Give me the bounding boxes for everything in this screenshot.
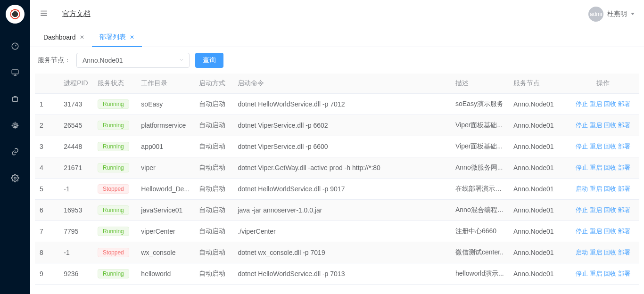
recycle-link[interactable]: 回收 <box>604 270 616 277</box>
cell-index: 4 <box>35 157 59 179</box>
deploy-link[interactable]: 部署 <box>618 185 630 192</box>
cell-pid: -1 <box>59 179 93 200</box>
cell-cmd: dotnet wx_console.dll -p 7019 <box>233 242 451 263</box>
stop-link[interactable]: 停止 <box>576 228 588 235</box>
recycle-link[interactable]: 回收 <box>604 143 616 150</box>
restart-link[interactable]: 重启 <box>590 206 602 213</box>
start-link[interactable]: 启动 <box>576 249 588 256</box>
status-badge: Running <box>98 227 129 236</box>
col-header-desc: 描述 <box>451 74 509 94</box>
cell-start-type: 自动启动 <box>194 136 233 157</box>
status-badge: Running <box>98 205 129 215</box>
deploy-link[interactable]: 部署 <box>618 228 630 235</box>
deploy-link[interactable]: 部署 <box>618 270 630 277</box>
stop-link[interactable]: 停止 <box>576 270 588 277</box>
sidebar-item-monitor[interactable] <box>0 59 30 86</box>
cell-cmd: dotnet HelloWorldService.dll -p 7013 <box>233 263 451 285</box>
chevron-down-icon <box>631 13 635 15</box>
sidebar-item-link[interactable] <box>0 139 30 165</box>
close-icon[interactable]: ✕ <box>80 34 84 41</box>
restart-link[interactable]: 重启 <box>590 185 602 192</box>
cell-actions: 停止重启回收部署 <box>567 136 639 157</box>
status-badge: Running <box>98 99 129 109</box>
col-header-actions: 操作 <box>567 74 639 94</box>
docs-link[interactable]: 官方文档 <box>62 9 91 18</box>
restart-link[interactable]: 重启 <box>590 228 602 235</box>
cell-desc: Anno混合编程J... <box>451 200 509 221</box>
stop-link[interactable]: 停止 <box>576 164 588 171</box>
cell-actions: 停止重启回收部署 <box>567 263 639 285</box>
cell-pid: 7795 <box>59 221 93 242</box>
cell-node: Anno.Node01 <box>509 200 567 221</box>
cell-index: 5 <box>35 179 59 200</box>
cell-status: Running <box>93 115 136 136</box>
cell-pid: 9236 <box>59 263 93 285</box>
stop-link[interactable]: 停止 <box>576 143 588 150</box>
chevron-down-icon <box>179 57 184 64</box>
col-header-cmd: 启动命令 <box>233 74 451 94</box>
restart-link[interactable]: 重启 <box>590 143 602 150</box>
close-icon[interactable]: ✕ <box>130 34 134 41</box>
node-label: 服务节点： <box>38 56 71 65</box>
svg-rect-4 <box>14 124 17 127</box>
avatar: admi <box>588 7 603 22</box>
recycle-link[interactable]: 回收 <box>604 164 616 171</box>
cell-start-type: 自动启动 <box>194 115 233 136</box>
sidebar-item-settings[interactable] <box>0 165 30 191</box>
cell-index: 8 <box>35 242 59 263</box>
sidebar-item-cpu[interactable] <box>0 112 30 139</box>
cell-pid: 26545 <box>59 115 93 136</box>
cell-dir: viperCenter <box>136 221 194 242</box>
deploy-link[interactable]: 部署 <box>618 143 630 150</box>
recycle-link[interactable]: 回收 <box>604 206 616 213</box>
cell-dir: Helloworld_De... <box>136 179 194 200</box>
sidebar-item-dashboard[interactable] <box>0 33 30 59</box>
cell-dir: soEasy <box>136 94 194 115</box>
restart-link[interactable]: 重启 <box>590 249 602 256</box>
cell-index: 6 <box>35 200 59 221</box>
restart-link[interactable]: 重启 <box>590 164 602 171</box>
deploy-link[interactable]: 部署 <box>618 164 630 171</box>
gear-icon <box>11 174 19 182</box>
cell-actions: 停止重启回收部署 <box>567 94 639 115</box>
stop-link[interactable]: 停止 <box>576 100 588 107</box>
table-row: 616953RunningjavaService01自动启动java -jar … <box>35 200 639 221</box>
tab-dashboard[interactable]: Dashboard ✕ <box>36 28 92 47</box>
stop-link[interactable]: 停止 <box>576 206 588 213</box>
deploy-link[interactable]: 部署 <box>618 122 630 129</box>
col-header-node: 服务节点 <box>509 74 567 94</box>
stop-link[interactable]: 停止 <box>576 122 588 129</box>
link-icon <box>11 147 19 156</box>
cell-index: 9 <box>35 263 59 285</box>
svg-point-5 <box>14 177 17 180</box>
start-link[interactable]: 启动 <box>576 185 588 192</box>
deploy-link[interactable]: 部署 <box>618 249 630 256</box>
cell-dir: platformservice <box>136 115 194 136</box>
restart-link[interactable]: 重启 <box>590 270 602 277</box>
node-select[interactable]: Anno.Node01 <box>76 53 190 68</box>
tab-deploy-list[interactable]: 部署列表 ✕ <box>92 28 142 47</box>
recycle-link[interactable]: 回收 <box>604 100 616 107</box>
cell-node: Anno.Node01 <box>509 136 567 157</box>
cell-pid: 24448 <box>59 136 93 157</box>
restart-link[interactable]: 重启 <box>590 100 602 107</box>
cell-pid: 21671 <box>59 157 93 179</box>
recycle-link[interactable]: 回收 <box>604 122 616 129</box>
user-menu[interactable]: admi 杜燕明 <box>588 7 635 22</box>
recycle-link[interactable]: 回收 <box>604 249 616 256</box>
cell-node: Anno.Node01 <box>509 157 567 179</box>
cell-desc: Viper面板基础... <box>451 115 509 136</box>
restart-link[interactable]: 重启 <box>590 122 602 129</box>
query-button[interactable]: 查询 <box>195 53 223 68</box>
status-badge: Running <box>98 142 129 151</box>
sidebar-item-package[interactable] <box>0 86 30 112</box>
recycle-link[interactable]: 回收 <box>604 185 616 192</box>
deploy-link[interactable]: 部署 <box>618 206 630 213</box>
recycle-link[interactable]: 回收 <box>604 228 616 235</box>
deploy-link[interactable]: 部署 <box>618 100 630 107</box>
cell-status: Running <box>93 200 136 221</box>
table-row: 5-1StoppedHelloworld_De...自动启动dotnet Hel… <box>35 179 639 200</box>
cell-start-type: 自动启动 <box>194 179 233 200</box>
menu-toggle-icon[interactable] <box>40 9 48 19</box>
monitor-icon <box>11 68 19 77</box>
